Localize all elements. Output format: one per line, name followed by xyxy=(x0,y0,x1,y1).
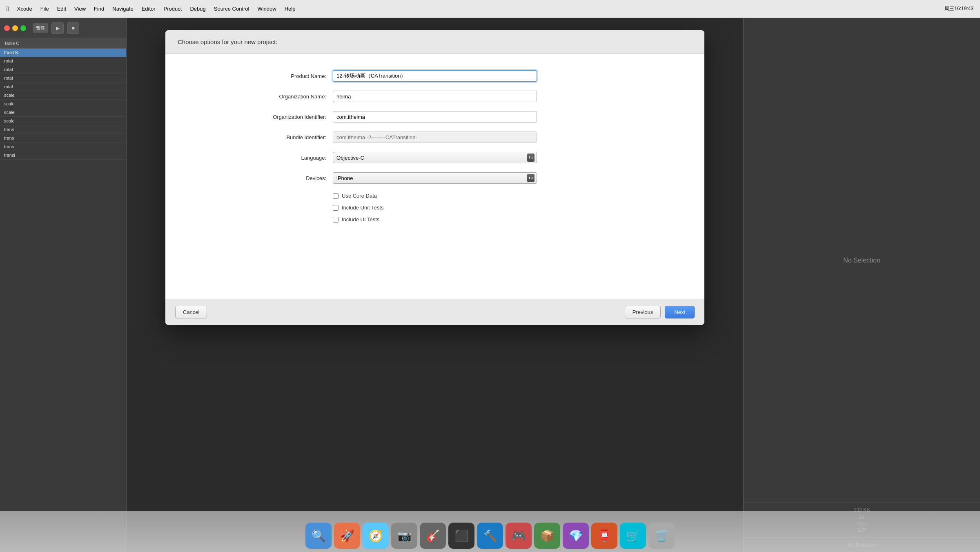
dock-launchpad[interactable]: 🚀 xyxy=(334,523,360,549)
bundle-identifier-label: Bundle Identifier: xyxy=(178,134,333,140)
org-identifier-label: Organization Identifier: xyxy=(178,114,333,120)
new-project-dialog: Choose options for your new project: Pro… xyxy=(165,30,704,325)
menu-help[interactable]: Help xyxy=(285,6,296,12)
apple-menu[interactable]:  xyxy=(7,5,9,13)
org-identifier-input[interactable] xyxy=(333,111,537,122)
product-name-row: Product Name: xyxy=(178,70,692,82)
org-name-label: Organization Name: xyxy=(178,93,333,100)
menu-product[interactable]: Product xyxy=(164,6,182,12)
product-name-input[interactable] xyxy=(333,70,537,82)
minimize-button[interactable] xyxy=(12,25,18,31)
language-label: Language: xyxy=(178,155,333,161)
navigation-buttons: Previous Next xyxy=(625,306,695,318)
menu-xcode[interactable]: Xcode xyxy=(17,6,32,12)
use-core-data-label: Use Core Data xyxy=(342,193,377,199)
dock-item2[interactable]: 🎸 xyxy=(420,523,446,549)
list-item[interactable]: scale xyxy=(0,100,126,108)
include-ui-tests-checkbox[interactable] xyxy=(333,217,339,223)
dock-appstore[interactable]: 🛒 xyxy=(620,523,646,549)
menu-bar:  Xcode File Edit View Find Navigate Edi… xyxy=(0,0,980,18)
toolbar: 暂停 ▶ ■ xyxy=(0,18,126,38)
right-panel: No Selection 102 KB 12 3:27 3:27 No Matc… xyxy=(743,18,980,552)
devices-label: Devices: xyxy=(178,175,333,181)
org-name-row: Organization Name: xyxy=(178,91,692,102)
center-area: Choose options for your new project: Pro… xyxy=(127,18,743,552)
dialog-title: Choose options for your new project: xyxy=(178,38,277,45)
include-unit-tests-row: Include Unit Tests xyxy=(333,205,692,211)
use-core-data-checkbox[interactable] xyxy=(333,193,339,199)
bundle-identifier-input xyxy=(333,131,537,143)
dock-item4[interactable]: 📦 xyxy=(534,523,560,549)
stop-button[interactable]: ■ xyxy=(67,22,79,34)
dock-item5[interactable]: 💎 xyxy=(563,523,589,549)
devices-select[interactable]: iPhone iPad Universal xyxy=(333,172,537,184)
org-name-input[interactable] xyxy=(333,91,537,102)
list-item[interactable]: rotat xyxy=(0,82,126,91)
run-button[interactable]: ▶ xyxy=(51,22,64,34)
list-item[interactable]: transl xyxy=(0,151,126,160)
dialog-body: Product Name: Organization Name: Organiz… xyxy=(165,54,704,299)
include-unit-tests-label: Include Unit Tests xyxy=(342,205,383,211)
menu-edit[interactable]: Edit xyxy=(57,6,66,12)
dialog-overlay: Choose options for your new project: Pro… xyxy=(127,18,743,552)
bundle-identifier-row: Bundle Identifier: xyxy=(178,131,692,143)
dock-item3[interactable]: 🎮 xyxy=(506,523,532,549)
field-header: Field N xyxy=(0,49,126,57)
dock: 🔍 🚀 🧭 📷 🎸 ⬛ 🔨 🎮 📦 💎 📮 🛒 🗑️ xyxy=(0,511,980,552)
list-item[interactable]: rotat xyxy=(0,65,126,74)
dialog-header: Choose options for your new project: xyxy=(165,30,704,54)
devices-select-wrapper: iPhone iPad Universal xyxy=(333,172,537,184)
include-unit-tests-checkbox[interactable] xyxy=(333,205,339,211)
list-item[interactable]: rotat xyxy=(0,57,126,65)
dock-trash[interactable]: 🗑️ xyxy=(648,523,675,549)
close-button[interactable] xyxy=(4,25,10,31)
language-row: Language: Objective-C Swift xyxy=(178,152,692,163)
dock-item6[interactable]: 📮 xyxy=(591,523,617,549)
language-select[interactable]: Objective-C Swift xyxy=(333,152,537,163)
cancel-button[interactable]: Cancel xyxy=(175,306,207,318)
include-ui-tests-label: Include UI Tests xyxy=(342,216,379,223)
pause-button[interactable]: 暂停 xyxy=(33,23,48,33)
traffic-lights xyxy=(4,25,26,31)
devices-row: Devices: iPhone iPad Universal xyxy=(178,172,692,184)
menu-navigate[interactable]: Navigate xyxy=(112,6,133,12)
maximize-button[interactable] xyxy=(20,25,26,31)
product-name-label: Product Name: xyxy=(178,73,333,79)
dialog-footer: Cancel Previous Next xyxy=(165,299,704,325)
sidebar-items: rotat rotat rotat rotat scale scale scal… xyxy=(0,57,126,160)
org-identifier-row: Organization Identifier: xyxy=(178,111,692,122)
dock-xcode[interactable]: 🔨 xyxy=(477,523,503,549)
dock-terminal[interactable]: ⬛ xyxy=(448,523,474,549)
menu-view[interactable]: View xyxy=(74,6,86,12)
menu-window[interactable]: Window xyxy=(257,6,276,12)
list-item[interactable]: trans xyxy=(0,125,126,134)
menu-debug[interactable]: Debug xyxy=(190,6,205,12)
main-area: 暂停 ▶ ■ Table C Field N rotat rotat rotat… xyxy=(0,18,980,552)
list-item[interactable]: scale xyxy=(0,108,126,117)
language-select-wrapper: Objective-C Swift xyxy=(333,152,537,163)
include-ui-tests-row: Include UI Tests xyxy=(333,216,692,223)
clock: 周三16:19:43 xyxy=(944,5,973,12)
no-selection-text: No Selection xyxy=(843,257,880,264)
list-item[interactable]: rotat xyxy=(0,74,126,82)
menu-source-control[interactable]: Source Control xyxy=(214,6,249,12)
left-panel: 暂停 ▶ ■ Table C Field N rotat rotat rotat… xyxy=(0,18,127,552)
sidebar-header: Table C xyxy=(0,38,126,49)
list-item[interactable]: scale xyxy=(0,91,126,100)
no-selection-area: No Selection xyxy=(744,18,980,503)
dock-finder[interactable]: 🔍 xyxy=(305,523,332,549)
use-core-data-row: Use Core Data xyxy=(333,193,692,199)
list-item[interactable]: trans xyxy=(0,134,126,142)
previous-button[interactable]: Previous xyxy=(625,306,661,318)
menu-bar-right: 周三16:19:43 xyxy=(944,5,973,12)
dock-item1[interactable]: 📷 xyxy=(391,523,417,549)
menu-find[interactable]: Find xyxy=(94,6,104,12)
menu-file[interactable]: File xyxy=(40,6,49,12)
list-item[interactable]: scale xyxy=(0,117,126,125)
list-item[interactable]: trans xyxy=(0,142,126,151)
dock-safari[interactable]: 🧭 xyxy=(363,523,389,549)
next-button[interactable]: Next xyxy=(665,306,695,318)
menu-editor[interactable]: Editor xyxy=(142,6,156,12)
